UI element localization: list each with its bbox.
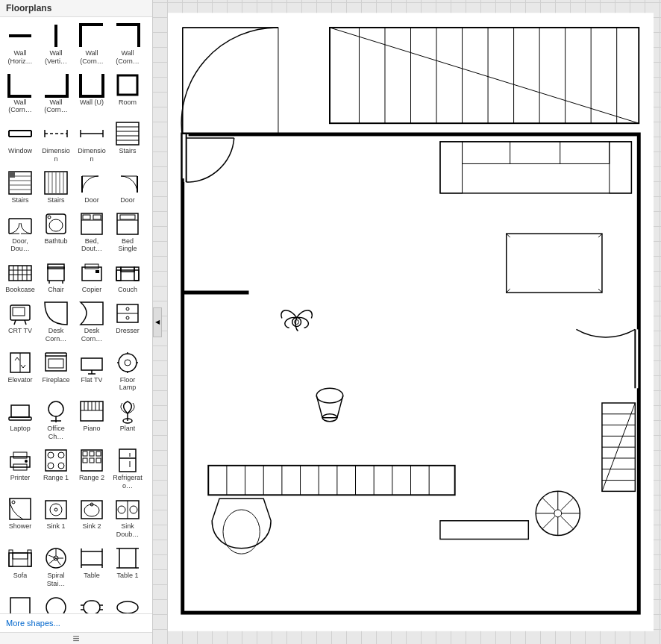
shape-door-double[interactable]: Door, Dou… [3,208,37,256]
shape-wall-corn4[interactable]: Wall (Corn… [39,69,73,117]
shape-bathtub[interactable]: Bathtub [39,208,73,256]
sidebar-content[interactable]: Wall (Horiz… Wall (Verti… Wall (Corn… [0,17,152,613]
shape-bed-single[interactable]: Bed Single [110,208,145,256]
table1-icon [114,545,141,572]
shape-label: Bed, Dout… [77,237,107,254]
table5-icon [114,594,141,613]
svg-rect-66 [121,267,134,272]
shape-window[interactable]: Window [3,118,37,166]
shape-label: Dimension [41,147,71,163]
shape-room[interactable]: Room [110,69,145,117]
svg-point-74 [126,316,129,319]
shape-range1[interactable]: Range 1 [39,445,73,493]
shape-label: Wall (Corn… [41,99,71,115]
shape-sink2[interactable]: Sink 2 [75,493,109,541]
shape-plant[interactable]: Plant [110,396,145,443]
shape-label: Plant [120,425,136,433]
shower-icon [7,495,34,522]
shape-wall-u[interactable]: Wall (U) [75,69,109,117]
shape-crt-tv[interactable]: CRT TV [3,298,37,346]
shape-wall-vert[interactable]: Wall (Verti… [39,20,73,68]
shape-sofa[interactable]: Sofa [3,543,37,590]
shape-wall-corn2[interactable]: Wall (Corn… [110,20,145,68]
svg-rect-2 [118,75,137,95]
collapse-handle[interactable]: ◀ [153,307,162,337]
shape-laptop[interactable]: Laptop [3,396,37,443]
shape-shower[interactable]: Shower [3,493,37,541]
shape-printer[interactable]: Printer [3,445,37,493]
shape-couch[interactable]: Couch [110,257,145,296]
svg-point-165 [117,601,138,613]
shape-label: Bookcase [5,286,35,294]
shape-door1[interactable]: Door [75,167,109,207]
shape-stairs2[interactable]: Stairs [3,167,37,207]
door2-icon [114,169,141,196]
main-canvas[interactable]: ◀ [153,0,661,644]
shape-dimension1[interactable]: Dimension [39,118,73,166]
piano-icon [78,398,105,425]
shape-flat-tv[interactable]: Flat TV [75,347,109,395]
shape-dresser[interactable]: Dresser [110,298,145,346]
shape-office-chair[interactable]: Office Ch… [39,396,73,443]
shape-sink1[interactable]: Sink 1 [39,493,73,541]
shape-stairs1[interactable]: Stairs [110,118,145,166]
shape-label: Dimension [77,147,107,163]
shape-refrigerator[interactable]: Refrigerato… [110,445,145,493]
shape-wall-horiz[interactable]: Wall (Horiz… [3,20,37,68]
dimension2-icon [78,120,105,147]
shape-chair[interactable]: Chair [39,257,73,296]
shape-label: Window [8,147,32,155]
shape-desk-corn2[interactable]: Desk Corn… [75,298,109,346]
svg-rect-158 [10,598,30,613]
svg-point-85 [119,354,137,372]
shape-label: Wall (Corn… [113,49,142,66]
shape-table3[interactable]: Table 3 [39,592,73,613]
bathtub-icon [43,210,69,237]
svg-point-93 [48,401,63,416]
shape-piano[interactable]: Piano [75,396,109,443]
shape-table4[interactable]: Table 4 [75,592,109,613]
office-chair-icon [43,398,69,425]
shape-table[interactable]: Table [75,543,109,590]
shape-table5[interactable]: Table 5 [110,592,145,613]
shape-dimension2[interactable]: Dimension [75,118,109,166]
shape-floor-lamp[interactable]: Floor Lamp [110,347,145,395]
svg-rect-114 [81,450,102,471]
shape-range2[interactable]: Range 2 [75,445,109,493]
floorplan-drawing[interactable] [168,7,654,637]
laptop-icon [7,398,34,425]
svg-rect-116 [90,451,94,456]
svg-point-129 [54,508,57,511]
flat-tv-icon [78,349,105,376]
more-shapes-link[interactable]: More shapes... [0,613,152,632]
shape-table2[interactable]: Table 2 [3,592,37,613]
wall-corn2-icon [114,22,141,49]
shape-label: Stairs [11,196,28,204]
svg-point-41 [48,216,51,219]
shape-desk-corn1[interactable]: Desk Corn… [39,298,73,346]
door-double-icon [7,210,34,237]
shape-wall-corn3[interactable]: Wall (Corn… [3,69,37,117]
shape-bed-double[interactable]: Bed, Dout… [75,208,109,256]
shape-door2[interactable]: Door [110,167,145,207]
sink2-icon [78,495,105,522]
svg-rect-65 [134,267,139,281]
shape-sink-double[interactable]: Sink Doub… [110,493,145,541]
shape-wall-corn1[interactable]: Wall (Corn… [75,20,109,68]
shape-copier[interactable]: Copier [75,257,109,296]
wall-vert-icon [43,22,69,49]
shape-stairs3[interactable]: Stairs [39,167,73,207]
svg-point-108 [25,460,28,463]
shape-label: CRT TV [8,327,32,335]
door1-icon [78,169,105,196]
shape-elevator[interactable]: Elevator [3,347,37,395]
shape-spiral-stairs[interactable]: Spiral Stai… [39,543,73,590]
canvas-area[interactable]: ◀ [153,0,661,644]
printer-icon [7,447,34,474]
svg-rect-115 [83,451,87,456]
shape-bookcase[interactable]: Bookcase [3,257,37,296]
range1-icon [43,447,69,474]
shape-table1[interactable]: Table 1 [110,543,145,590]
plant-icon [114,398,141,425]
shape-fireplace[interactable]: Fireplace [39,347,73,395]
